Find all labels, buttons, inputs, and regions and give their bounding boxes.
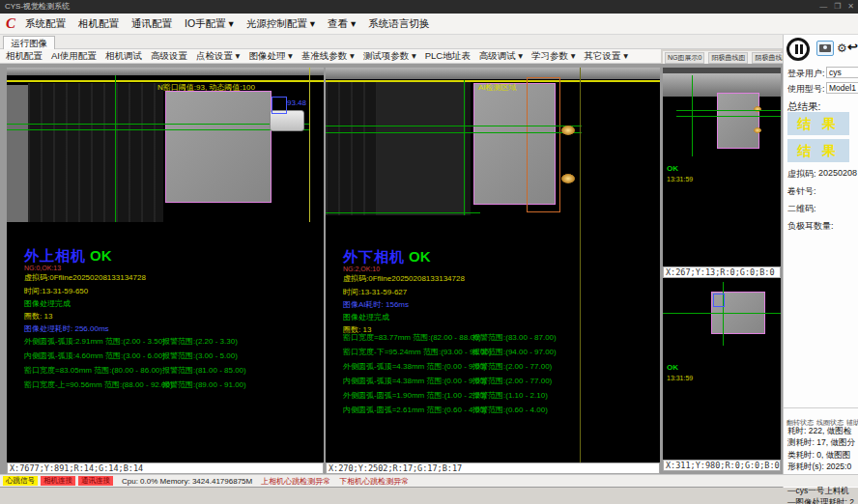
measure-line-green-2 xyxy=(326,132,582,133)
timing-log-text: 耗时: 222, 做图检测耗时: 17, 做图分类耗时: 0, 做图图形耗时(s… xyxy=(787,425,855,504)
measurement-row: 外侧圆弧-弧顶:2.91mm 范围:(2.00 - 3.50) xyxy=(24,336,165,347)
menu-system-config[interactable]: 系统配置 xyxy=(25,17,66,31)
login-user-value[interactable]: cys xyxy=(826,67,858,78)
settings-button[interactable]: ⚙ xyxy=(837,41,847,56)
camera-lens-icon xyxy=(823,45,827,49)
title-bar: CYS-视觉检测系统 xyxy=(0,0,858,14)
tool-spot-check[interactable]: 点检设置 ▾ xyxy=(196,50,240,63)
heartbeat-status-badge: 心跳信号 xyxy=(3,476,38,486)
process-time-line: 图像处理耗时: 256.00ms xyxy=(24,323,109,334)
tool-camera-debug[interactable]: 相机调试 xyxy=(105,50,142,63)
process-done-line: 图像处理完成 xyxy=(343,312,389,322)
aux-lower-coords: X:311;Y:980;R:0;G:0;B:0 xyxy=(663,460,781,471)
measure-line-green-1 xyxy=(7,124,309,125)
menu-io-config[interactable]: IO手配置 ▾ xyxy=(185,17,234,31)
comm-connection-badge: 通讯连接 xyxy=(78,476,113,486)
camera-result-header: 外上相机OK xyxy=(24,247,112,266)
measurement-row: 豁口宽度=83.05mm 范围:(80.00 - 86.00) xyxy=(24,365,162,376)
app-logo-icon: C xyxy=(6,15,15,32)
time-line: 时间:13-31-59-650 xyxy=(24,286,88,296)
app-window: CYS-视觉检测系统 — ❐ ✕ C 系统配置 相机配置 通讯配置 IO手配置 … xyxy=(0,0,858,504)
product-region xyxy=(717,93,759,149)
measure-line-green-2 xyxy=(7,129,309,130)
minimize-button[interactable]: — xyxy=(819,0,827,14)
camera-result-header: 外下相机OK xyxy=(343,248,431,266)
maximize-button[interactable]: ❐ xyxy=(834,0,841,14)
alarm-range: 报警范围:(89.00 - 91.00) xyxy=(162,379,246,390)
measure-line-green-1 xyxy=(326,126,582,126)
tool-advanced-settings[interactable]: 高级设置 xyxy=(151,50,187,63)
process-done-line: 图像处理完成 xyxy=(24,298,71,309)
menu-light-config[interactable]: 光源控制配置 ▾ xyxy=(246,17,315,31)
tool-test-params[interactable]: 测试项参数 ▾ xyxy=(363,50,416,63)
tool-plc-address[interactable]: PLC地址表 xyxy=(425,50,471,63)
tab-ng-display[interactable]: NG图展示0 xyxy=(665,52,704,64)
cpu-memory-readout: Cpu: 0.0% Memory: 3424.41796875M xyxy=(122,477,252,486)
aux-lower-viewport[interactable]: OK 13:31:59 xyxy=(663,278,781,460)
menu-comm-config[interactable]: 通讯配置 xyxy=(131,17,172,31)
ai-time-line: 图像AI耗时: 156ms xyxy=(343,299,409,310)
measure-line-green-3 xyxy=(326,212,480,213)
needle-number-label: 卷针号: xyxy=(787,185,816,198)
window-controls: — ❐ ✕ xyxy=(819,0,854,14)
tool-advanced-debug[interactable]: 高级调试 ▾ xyxy=(479,50,523,63)
led-reflection xyxy=(754,106,761,112)
tool-ai-usage-config[interactable]: AI使用配置 xyxy=(51,50,97,63)
tool-image-processing[interactable]: 图像处理 ▾ xyxy=(248,50,292,63)
overlay-measure-value: 93.48 xyxy=(287,98,306,107)
tool-learning-params[interactable]: 学习参数 ▾ xyxy=(531,50,575,63)
menu-bar: C 系统配置 相机配置 通讯配置 IO手配置 ▾ 光源控制配置 ▾ 查看 ▾ 系… xyxy=(0,14,858,35)
roller-region xyxy=(28,83,163,222)
detect-box-blue xyxy=(272,97,287,114)
baseline-vertical-green xyxy=(692,75,693,156)
ai-region-label: AI检测区域 xyxy=(478,82,517,93)
camera-name-label: 外上相机 xyxy=(24,247,86,264)
lower-camera-viewport[interactable]: AI检测区域 外下相机OK NG:2,OK:10 虚拟码:0Ffline2025… xyxy=(326,68,660,462)
alarm-range: 报警范围:(94.00 - 97.00) xyxy=(472,347,557,357)
tab-row: 运行图像 xyxy=(0,35,858,49)
machine-rail-texture xyxy=(326,68,660,79)
tool-other-settings[interactable]: 其它设置 ▾ xyxy=(585,50,628,63)
product-region xyxy=(165,91,272,203)
measurement-row: 外侧圆弧-圆弧=1.90mm 范围:(1.00 - 2.20) xyxy=(343,390,486,401)
pause-icon xyxy=(795,44,798,54)
camera-name-label: 外下相机 xyxy=(343,248,405,265)
tool-baseline-params[interactable]: 基准线参数 ▾ xyxy=(301,50,355,63)
return-button[interactable]: ↩ xyxy=(847,39,858,56)
lower-camera-coords: X:270;Y:2502;R:17;G:17;B:17 xyxy=(326,462,660,474)
alarm-range: 报警范围:(1.10 - 2.10) xyxy=(472,390,548,401)
close-button[interactable]: ✕ xyxy=(847,0,854,14)
upper-camera-viewport[interactable]: 93.48 N豁口阈值:93, 动态阈值:100 外上相机OK NG:0,OK:… xyxy=(7,68,324,462)
camera-icon xyxy=(819,44,831,52)
overlay-threshold-label: N豁口阈值:93, 动态阈值:100 xyxy=(157,82,255,93)
measurement-row: 内侧圆弧-圆弧=2.61mm 范围:(0.60 - 4.00) xyxy=(343,405,486,415)
camera-status-ok: OK xyxy=(409,248,431,265)
measurement-row: 内侧圆弧-弧顶=4.38mm 范围:(0.00 - 9.00) xyxy=(343,376,486,386)
negative-tab-count-label: 负极耳数量: xyxy=(787,220,834,233)
tab-anode-curve[interactable]: 阳极曲线图 xyxy=(708,52,748,64)
detect-box-orange xyxy=(527,77,560,212)
aux-upper-coords: X:267;Y:13;R:0;G:0;B:0 xyxy=(663,266,781,278)
model-value[interactable]: Model1 xyxy=(826,82,858,94)
pause-button[interactable] xyxy=(786,38,810,61)
virtual-code-line: 虚拟码:0Ffline20250208133134728 xyxy=(343,273,465,284)
machine-frame-strip xyxy=(7,85,28,222)
aux-tab-row: NG图展示0 阳极曲线图 阴极曲线图 xyxy=(663,51,781,64)
aux-upper-viewport[interactable]: OK 13:31:59 xyxy=(663,68,781,266)
camera-counter: NG:2,OK:10 xyxy=(343,266,380,272)
led-reflection xyxy=(561,126,575,135)
virtual-code-line: 虚拟码:0Ffline20250208133134728 xyxy=(24,272,146,283)
aux-time-label: 13:31:59 xyxy=(667,176,693,182)
menu-language-switch[interactable]: 系统语言切换 xyxy=(368,17,429,31)
baseline-vertical-green xyxy=(723,282,724,346)
camera-counter: NG:0,OK:13 xyxy=(24,265,61,271)
tool-camera-config[interactable]: 相机配置 xyxy=(6,50,43,63)
measurement-row: 外侧圆弧-弧顶=4.38mm 范围:(0.00 - 9.00) xyxy=(343,361,486,372)
model-label: 使用型号: xyxy=(787,83,825,96)
led-reflection xyxy=(754,127,761,133)
menu-camera-config[interactable]: 相机配置 xyxy=(78,17,119,31)
snapshot-button[interactable] xyxy=(816,41,834,56)
menu-view[interactable]: 查看 ▾ xyxy=(328,17,356,31)
aux-status-ok: OK xyxy=(667,363,678,372)
time-line: 时间:13-31-59-627 xyxy=(343,287,407,297)
